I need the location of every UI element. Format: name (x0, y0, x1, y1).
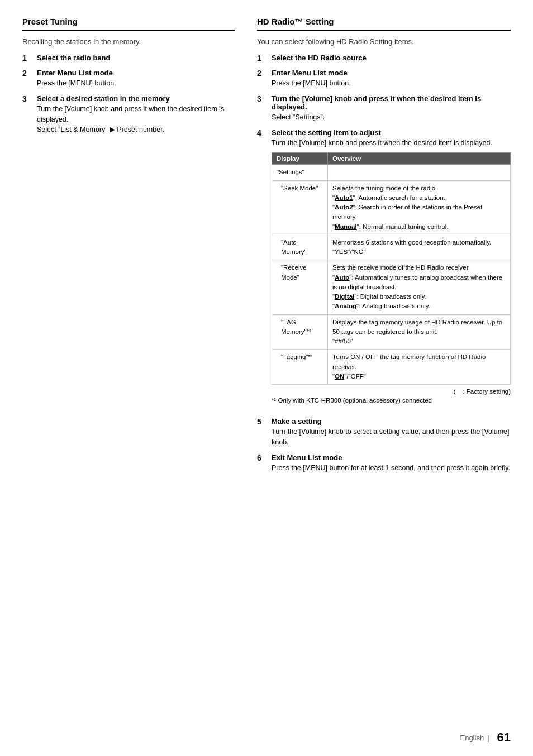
step-number-2: 2 (22, 69, 35, 78)
footer-page: 61 (497, 730, 511, 745)
settings-table: Display Overview "Settings" (272, 152, 511, 385)
factory-note: ( : Factory setting) (272, 388, 511, 395)
columns: Preset Tuning Recalling the stations in … (22, 17, 511, 734)
hd-step-number-2: 2 (257, 69, 269, 78)
table-row-tag-memory: "TAG Memory"*¹ Displays the tag memory u… (272, 314, 511, 350)
hd-step-detail-3: Select “Settings”. (272, 112, 511, 123)
table-cell-tag-memory-overview: Displays the tag memory usage of HD Radi… (328, 314, 511, 350)
page-container: Preset Tuning Recalling the stations in … (0, 0, 533, 756)
table-cell-tag-memory-display: "TAG Memory"*¹ (272, 314, 328, 350)
hd-step-content-6: Exit Menu List mode Press the [MENU] but… (272, 453, 511, 473)
hd-radio-intro: You can select following HD Radio Settin… (257, 37, 511, 46)
hd-step-content-2: Enter Menu List mode Press the [MENU] bu… (272, 69, 511, 89)
right-column: HD Radio™ Setting You can select followi… (257, 17, 511, 734)
footnote: *¹ Only with KTC-HR300 (optional accesso… (272, 397, 511, 404)
left-column: Preset Tuning Recalling the stations in … (22, 17, 235, 734)
hd-radio-title: HD Radio™ Setting (257, 17, 511, 31)
table-cell-settings-overview (328, 165, 511, 180)
preset-tuning-intro: Recalling the stations in the memory. (22, 37, 235, 46)
hd-step-detail-6: Press the [MENU] button for at least 1 s… (272, 463, 511, 473)
table-cell-settings-display: "Settings" (272, 165, 328, 180)
preset-step-1: 1 Select the radio band (22, 54, 235, 63)
table-cell-auto-memory-overview: Memorizes 6 stations with good reception… (328, 235, 511, 260)
table-cell-seek-overview: Selects the tuning mode of the radio. "A… (328, 180, 511, 235)
preset-step-2: 2 Enter Menu List mode Press the [MENU] … (22, 69, 235, 89)
preset-step-3: 3 Select a desired station in the memory… (22, 94, 235, 135)
table-header-display: Display (272, 153, 328, 165)
step-number-1: 1 (22, 54, 35, 63)
table-cell-receive-display: "Receive Mode" (272, 260, 328, 314)
hd-step-title-4: Select the setting item to adjust (272, 128, 511, 137)
hd-step-detail-2: Press the [MENU] button. (272, 78, 511, 89)
hd-step-content-3: Turn the [Volume] knob and press it when… (272, 94, 511, 123)
step-title-1: Select the radio band (37, 54, 235, 62)
hd-step-detail-5: Turn the [Volume] knob to select a setti… (272, 427, 511, 448)
step-title-2: Enter Menu List mode (37, 69, 235, 77)
hd-step-2: 2 Enter Menu List mode Press the [MENU] … (257, 69, 511, 89)
hd-step-number-5: 5 (257, 417, 269, 426)
table-cell-tagging-overview: Turns ON / OFF the tag memory function o… (328, 350, 511, 385)
step-detail-3a: Turn the [Volume] knob and press it when… (37, 104, 235, 125)
table-row-auto-memory: "Auto Memory" Memorizes 6 stations with … (272, 235, 511, 260)
step-title-3: Select a desired station in the memory (37, 94, 235, 103)
step-number-3: 3 (22, 94, 35, 103)
hd-step-title-6: Exit Menu List mode (272, 453, 511, 462)
table-row-settings: "Settings" (272, 165, 511, 180)
table-row-tagging: "Tagging"*¹ Turns ON / OFF the tag memor… (272, 350, 511, 385)
table-cell-auto-memory-display: "Auto Memory" (272, 235, 328, 260)
hd-step-1: 1 Select the HD Radio source (257, 54, 511, 63)
footer-separator: | (487, 734, 489, 742)
footer-inner: English | 61 (460, 730, 511, 745)
step-content-1: Select the radio band (37, 54, 235, 63)
hd-step-title-1: Select the HD Radio source (272, 54, 511, 62)
step-content-2: Enter Menu List mode Press the [MENU] bu… (37, 69, 235, 89)
hd-step-number-6: 6 (257, 453, 269, 462)
table-row-receive-mode: "Receive Mode" Sets the receive mode of … (272, 260, 511, 314)
footer-lang: English (460, 734, 484, 742)
hd-step-content-1: Select the HD Radio source (272, 54, 511, 63)
step-detail-2: Press the [MENU] button. (37, 78, 235, 89)
hd-step-5: 5 Make a setting Turn the [Volume] knob … (257, 417, 511, 448)
hd-step-4: 4 Select the setting item to adjust Turn… (257, 128, 511, 412)
hd-step-number-3: 3 (257, 94, 269, 103)
hd-step-number-4: 4 (257, 128, 269, 137)
hd-step-6: 6 Exit Menu List mode Press the [MENU] b… (257, 453, 511, 473)
hd-step-title-3: Turn the [Volume] knob and press it when… (272, 94, 511, 111)
table-header-overview: Overview (328, 153, 511, 165)
step-detail-3b: Select “List & Memory” ▶ Preset number. (37, 125, 235, 135)
table-cell-seek-display: "Seek Mode" (272, 180, 328, 235)
table-cell-receive-overview: Sets the receive mode of the HD Radio re… (328, 260, 511, 314)
hd-step-detail-4: Turn the [Volume] knob and press it when… (272, 138, 511, 149)
hd-step-title-5: Make a setting (272, 417, 511, 425)
hd-step-title-2: Enter Menu List mode (272, 69, 511, 77)
footer: English | 61 (460, 730, 511, 745)
preset-tuning-title: Preset Tuning (22, 17, 235, 31)
hd-step-content-5: Make a setting Turn the [Volume] knob to… (272, 417, 511, 448)
hd-step-3: 3 Turn the [Volume] knob and press it wh… (257, 94, 511, 123)
table-row-seek-mode: "Seek Mode" Selects the tuning mode of t… (272, 180, 511, 235)
hd-step-number-1: 1 (257, 54, 269, 63)
step-content-3: Select a desired station in the memory T… (37, 94, 235, 135)
hd-step-content-4: Select the setting item to adjust Turn t… (272, 128, 511, 412)
table-cell-tagging-display: "Tagging"*¹ (272, 350, 328, 385)
